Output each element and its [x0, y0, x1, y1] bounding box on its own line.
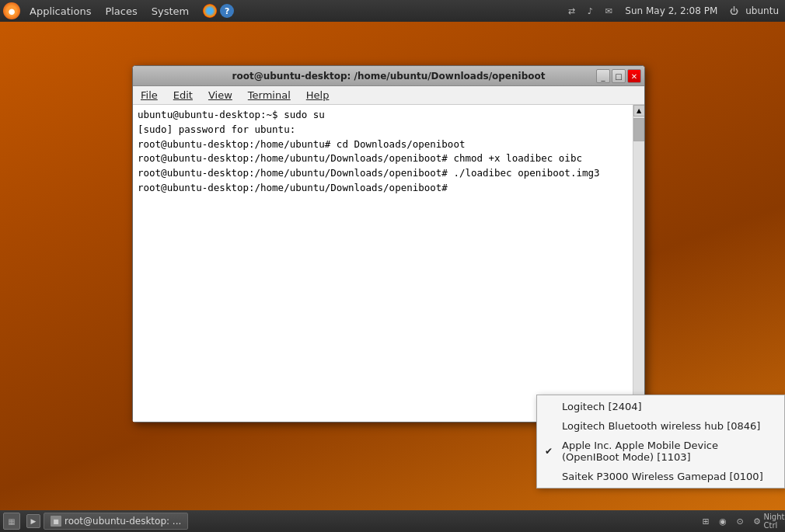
show-desktop-button[interactable]: ▦ [3, 513, 20, 530]
scrollbar-thumb[interactable] [633, 118, 644, 141]
context-item-label-2: Apple Inc. Apple Mobile Device (OpenIBoo… [562, 440, 766, 463]
menu-file[interactable]: File [133, 88, 166, 103]
system-menu[interactable]: System [145, 0, 195, 22]
context-menu-item-0[interactable]: Logitech [2404] [537, 397, 784, 416]
power-icon[interactable]: ⏻ [727, 4, 741, 18]
context-item-label-0: Logitech [2404] [562, 401, 642, 412]
taskbar-bottom-left: ▦ ▶ ■ root@ubuntu-desktop: ... [3, 513, 188, 530]
taskbar-top: ● Applications Places System ? ⇄ ♪ ✉ Sun… [0, 0, 785, 22]
places-menu[interactable]: Places [99, 0, 143, 22]
terminal-buttons: _ □ ✕ [596, 69, 641, 83]
tray-icon-2[interactable]: ◉ [715, 513, 731, 529]
terminal-content-area: ubuntu@ubuntu-desktop:~$ sudo su [sudo] … [133, 105, 644, 422]
datetime-display: Sun May 2, 2:08 PM [625, 5, 717, 16]
scrollbar-track[interactable] [633, 116, 644, 410]
tray-icon-4[interactable]: ⚙ [749, 513, 765, 529]
minimize-button[interactable]: _ [596, 69, 610, 83]
show-desktop-icon: ▦ [8, 517, 15, 526]
menu-terminal[interactable]: Terminal [240, 88, 298, 103]
taskbar-bottom: ▦ ▶ ■ root@ubuntu-desktop: ... ⊞ ◉ ⊙ ⚙ N… [0, 510, 785, 532]
terminal-scrollbar[interactable]: ▲ ▼ [633, 105, 644, 422]
taskbar-top-left: ● Applications Places System ? [0, 0, 234, 22]
taskbar-top-right: ⇄ ♪ ✉ Sun May 2, 2:08 PM ⏻ ubuntu [564, 0, 785, 22]
context-menu: Logitech [2404] Logitech Bluetooth wirel… [536, 395, 785, 489]
context-menu-item-2[interactable]: ✔ Apple Inc. Apple Mobile Device (OpenIB… [537, 436, 784, 467]
taskbar-window-label: root@ubuntu-desktop: ... [65, 516, 181, 527]
terminal-taskbar-icon[interactable]: ▶ [26, 514, 40, 528]
menu-edit[interactable]: Edit [166, 88, 201, 103]
context-menu-item-3[interactable]: Saitek P3000 Wireless Gamepad [0100] [537, 467, 784, 486]
desktop: root@ubuntu-desktop: /home/ubuntu/Downlo… [0, 22, 785, 510]
system-label: System [152, 5, 189, 17]
context-item-label-3: Saitek P3000 Wireless Gamepad [0100] [562, 471, 763, 482]
scrollbar-up-button[interactable]: ▲ [633, 105, 645, 116]
terminal-title: root@ubuntu-desktop: /home/ubuntu/Downlo… [232, 71, 546, 82]
taskbar-window-button[interactable]: ■ root@ubuntu-desktop: ... [44, 513, 188, 530]
applications-menu[interactable]: Applications [23, 0, 97, 22]
context-item-label-1: Logitech Bluetooth wireless hub [0846] [562, 420, 760, 432]
sound-icon[interactable]: ♪ [583, 4, 597, 18]
terminal-output[interactable]: ubuntu@ubuntu-desktop:~$ sudo su [sudo] … [133, 105, 633, 422]
applications-label: Applications [30, 5, 91, 17]
menu-view[interactable]: View [201, 88, 240, 103]
firefox-icon[interactable] [203, 4, 217, 18]
username-display: ubuntu [745, 5, 779, 16]
taskbar-bottom-right: ⊞ ◉ ⊙ ⚙ Night Ctrl [698, 513, 782, 529]
network-icon[interactable]: ⇄ [564, 4, 578, 18]
menu-help[interactable]: Help [298, 88, 337, 103]
context-menu-item-1[interactable]: Logitech Bluetooth wireless hub [0846] [537, 416, 784, 436]
maximize-button[interactable]: □ [612, 69, 626, 83]
mail-icon[interactable]: ✉ [602, 4, 616, 18]
tray-icon-3[interactable]: ⊙ [732, 513, 748, 529]
terminal-window: root@ubuntu-desktop: /home/ubuntu/Downlo… [132, 65, 645, 422]
ubuntu-logo-icon: ● [3, 2, 20, 19]
help-icon[interactable]: ? [220, 4, 234, 18]
system-tray: ⊞ ◉ ⊙ ⚙ Night Ctrl [698, 513, 782, 529]
places-label: Places [105, 5, 137, 17]
check-2: ✔ [545, 446, 553, 457]
terminal-icon-glyph: ▶ [31, 517, 37, 525]
terminal-titlebar: root@ubuntu-desktop: /home/ubuntu/Downlo… [133, 66, 644, 86]
tray-icon-1[interactable]: ⊞ [698, 513, 713, 529]
night-label: Night Ctrl [766, 513, 782, 529]
terminal-menubar: File Edit View Terminal Help [133, 86, 644, 105]
close-button[interactable]: ✕ [627, 69, 641, 83]
window-icon: ■ [51, 516, 61, 527]
